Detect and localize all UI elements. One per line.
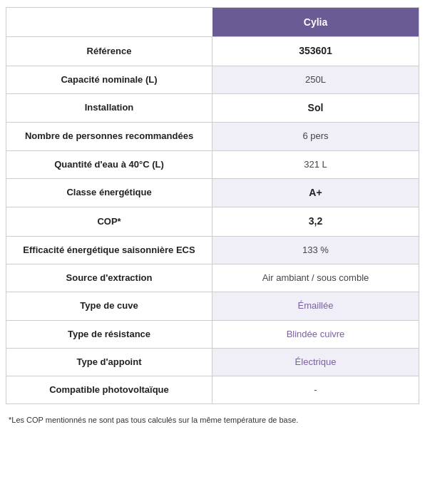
table-row: Type de résistanceBlindée cuivre [6,320,419,348]
table-row: COP*3,2 [6,207,419,236]
product-comparison-table: Cylia Référence353601Capacité nominale (… [6,7,419,404]
row-label: Installation [6,94,212,123]
row-value: 250L [212,66,419,93]
row-label: Référence [6,37,212,66]
row-value: 6 pers [212,123,419,150]
row-value: Sol [212,94,419,123]
table-row: Type d'appointÉlectrique [6,348,419,376]
table-row: InstallationSol [6,93,419,123]
row-label: Type d'appoint [6,349,212,376]
header-left-cell [6,8,212,36]
table-row: Classe énergétiqueA+ [6,178,419,207]
table-body: Référence353601Capacité nominale (L)250L… [6,36,419,403]
row-label: Nombre de personnes recommandées [6,123,212,150]
row-value: Émaillée [212,292,419,319]
row-label: Type de résistance [6,321,212,348]
row-value: A+ [212,179,419,207]
table-row: Nombre de personnes recommandées6 pers [6,122,419,150]
row-value: Électrique [212,349,419,376]
footer-note: *Les COP mentionnés ne sont pas tous cal… [6,411,419,427]
table-row: Efficacité énergétique saisonnière ECS13… [6,236,419,264]
row-value: - [212,376,419,403]
table-header: Cylia [6,8,419,36]
header-product-name: Cylia [212,8,419,36]
row-label: Capacité nominale (L) [6,66,212,93]
row-label: Classe énergétique [6,179,212,207]
table-row: Capacité nominale (L)250L [6,66,419,93]
row-value: 353601 [212,37,419,66]
row-label: Type de cuve [6,292,212,319]
row-label: Compatible photovoltaïque [6,376,212,403]
row-label: Quantité d'eau à 40°C (L) [6,151,212,178]
table-row: Source d'extractionAir ambiant / sous co… [6,264,419,292]
table-row: Quantité d'eau à 40°C (L)321 L [6,150,419,178]
table-row: Type de cuveÉmaillée [6,292,419,319]
table-row: Référence353601 [6,36,419,66]
row-label: Efficacité énergétique saisonnière ECS [6,237,212,264]
table-row: Compatible photovoltaïque- [6,376,419,403]
row-value: Air ambiant / sous comble [212,264,419,292]
row-value: 133 % [212,237,419,264]
row-value: 3,2 [212,207,419,236]
row-label: Source d'extraction [6,264,212,292]
row-value: Blindée cuivre [212,321,419,348]
row-value: 321 L [212,151,419,178]
row-label: COP* [6,207,212,236]
